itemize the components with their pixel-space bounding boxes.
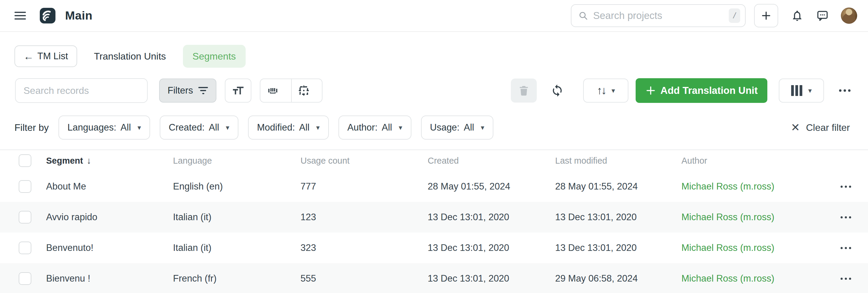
refresh-button[interactable] bbox=[551, 84, 564, 97]
whitespace-view-button[interactable] bbox=[260, 79, 291, 102]
focus-view-button[interactable] bbox=[291, 79, 322, 102]
filter-chip-value: All bbox=[209, 122, 219, 133]
feedback-button[interactable] bbox=[816, 9, 829, 22]
row-more-button[interactable] bbox=[841, 278, 868, 280]
cell-usage-count: 123 bbox=[301, 212, 428, 223]
caret-down-icon: ▾ bbox=[316, 124, 320, 132]
filter-chip-label: Created: bbox=[169, 122, 205, 133]
cell-segment: Avvio rapido bbox=[46, 212, 173, 223]
filter-chip-created[interactable]: Created: All ▾ bbox=[160, 115, 239, 140]
column-header-usage-count[interactable]: Usage count bbox=[301, 156, 428, 166]
trash-icon bbox=[518, 84, 530, 97]
back-to-tm-list-button[interactable]: ← TM List bbox=[14, 45, 77, 67]
cell-author-link[interactable]: Michael Ross (m.ross) bbox=[681, 243, 832, 253]
refresh-icon bbox=[551, 84, 564, 97]
add-translation-unit-button[interactable]: Add Translation Unit bbox=[636, 78, 767, 103]
caret-down-icon: ▾ bbox=[399, 124, 402, 132]
column-header-language[interactable]: Language bbox=[173, 156, 301, 166]
records-search[interactable] bbox=[15, 78, 148, 103]
row-more-button[interactable] bbox=[841, 247, 868, 249]
sort-button[interactable]: ↑↓ ▾ bbox=[583, 78, 628, 103]
clear-filter-label: Clear filter bbox=[806, 122, 850, 133]
cell-author-link[interactable]: Michael Ross (m.ross) bbox=[681, 273, 832, 284]
top-bar: Main / bbox=[0, 0, 868, 32]
text-size-toggle-button[interactable] bbox=[225, 78, 251, 103]
filter-chip-label: Usage: bbox=[430, 122, 460, 133]
column-header-label: Segment bbox=[46, 156, 83, 166]
cell-created: 28 May 01:55, 2024 bbox=[428, 181, 555, 192]
table-row[interactable]: Benvenuto! Italian (it) 323 13 Dec 13:01… bbox=[0, 232, 868, 263]
chat-icon bbox=[816, 9, 829, 22]
text-size-icon bbox=[232, 84, 244, 97]
filter-chip-languages[interactable]: Languages: All ▾ bbox=[59, 115, 150, 140]
table-row[interactable]: About Me English (en) 777 28 May 01:55, … bbox=[0, 171, 868, 202]
clear-filter-button[interactable]: ✕ Clear filter bbox=[791, 121, 850, 134]
filter-lines-icon bbox=[198, 87, 208, 94]
caret-down-icon: ▾ bbox=[137, 124, 141, 132]
filter-by-label: Filter by bbox=[14, 122, 49, 133]
tab-translation-units[interactable]: Translation Units bbox=[94, 51, 166, 62]
row-checkbox[interactable] bbox=[19, 272, 31, 285]
cell-author-link[interactable]: Michael Ross (m.ross) bbox=[681, 212, 832, 223]
column-header-last-modified[interactable]: Last modified bbox=[555, 156, 681, 166]
cell-created: 13 Dec 13:01, 2020 bbox=[428, 273, 555, 284]
filter-chip-label: Author: bbox=[347, 122, 378, 133]
row-more-button[interactable] bbox=[841, 216, 868, 218]
add-translation-unit-label: Add Translation Unit bbox=[660, 85, 758, 96]
table-row[interactable]: Avvio rapido Italian (it) 123 13 Dec 13:… bbox=[0, 202, 868, 232]
caret-down-icon: ▾ bbox=[808, 87, 812, 95]
project-search[interactable]: / bbox=[571, 4, 746, 27]
project-search-input[interactable] bbox=[593, 10, 729, 21]
filter-chip-modified[interactable]: Modified: All ▾ bbox=[248, 115, 329, 140]
filter-chip-author[interactable]: Author: All ▾ bbox=[338, 115, 411, 140]
sort-arrows-icon: ↑↓ bbox=[597, 84, 606, 97]
filter-chip-value: All bbox=[382, 122, 392, 133]
filter-chip-value: All bbox=[121, 122, 131, 133]
bell-icon bbox=[791, 9, 804, 22]
notifications-button[interactable] bbox=[791, 9, 804, 22]
cell-author-link[interactable]: Michael Ross (m.ross) bbox=[681, 181, 832, 192]
search-icon bbox=[578, 10, 588, 21]
user-avatar[interactable] bbox=[841, 7, 857, 24]
filter-chip-label: Modified: bbox=[257, 122, 295, 133]
filter-bar: Filter by Languages: All ▾ Created: All … bbox=[0, 115, 868, 140]
delete-selected-button[interactable] bbox=[511, 78, 537, 103]
toolbar-more-button[interactable] bbox=[839, 89, 850, 92]
plus-icon bbox=[761, 10, 772, 21]
records-search-input[interactable] bbox=[24, 85, 139, 96]
sort-desc-icon: ↓ bbox=[87, 155, 91, 166]
filter-chip-usage[interactable]: Usage: All ▾ bbox=[421, 115, 493, 140]
cell-language: Italian (it) bbox=[173, 243, 301, 253]
row-checkbox[interactable] bbox=[19, 180, 31, 193]
filters-button[interactable]: Filters bbox=[159, 78, 216, 103]
create-project-button[interactable] bbox=[754, 4, 778, 27]
caret-down-icon: ▾ bbox=[481, 124, 484, 132]
column-header-author[interactable]: Author bbox=[681, 156, 832, 166]
select-all-checkbox[interactable] bbox=[19, 154, 31, 167]
menu-icon[interactable] bbox=[14, 12, 26, 20]
table-body: About Me English (en) 777 28 May 01:55, … bbox=[0, 171, 868, 293]
column-header-segment[interactable]: Segment ↓ bbox=[46, 155, 173, 166]
caret-down-icon: ▾ bbox=[226, 124, 229, 132]
cell-last-modified: 29 May 06:58, 2024 bbox=[555, 273, 681, 284]
tab-segments[interactable]: Segments bbox=[183, 45, 246, 68]
cell-created: 13 Dec 13:01, 2020 bbox=[428, 243, 555, 253]
row-checkbox[interactable] bbox=[19, 242, 31, 254]
plus-icon bbox=[645, 85, 656, 96]
search-shortcut-badge: / bbox=[729, 8, 740, 23]
cell-segment: About Me bbox=[46, 181, 173, 192]
cell-segment: Bienvenu ! bbox=[46, 273, 173, 284]
cell-language: French (fr) bbox=[173, 273, 301, 284]
table-header: Segment ↓ Language Usage count Created L… bbox=[0, 150, 868, 171]
page-title: Main bbox=[65, 9, 93, 22]
back-button-label: TM List bbox=[37, 51, 68, 62]
close-icon: ✕ bbox=[791, 121, 800, 134]
barcode-icon bbox=[267, 84, 279, 97]
row-more-button[interactable] bbox=[841, 186, 868, 188]
column-header-created[interactable]: Created bbox=[428, 156, 555, 166]
row-checkbox[interactable] bbox=[19, 211, 31, 223]
cell-language: Italian (it) bbox=[173, 212, 301, 223]
columns-button[interactable]: ▾ bbox=[779, 78, 824, 103]
view-mode-toggle-group bbox=[260, 78, 322, 103]
table-row[interactable]: Bienvenu ! French (fr) 555 13 Dec 13:01,… bbox=[0, 263, 868, 293]
